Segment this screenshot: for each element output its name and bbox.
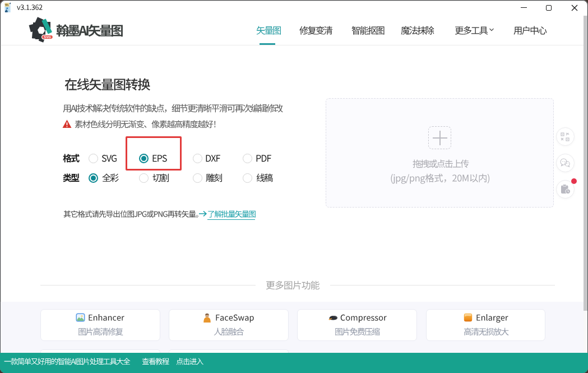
svg-text:SVG: SVG <box>44 35 51 39</box>
